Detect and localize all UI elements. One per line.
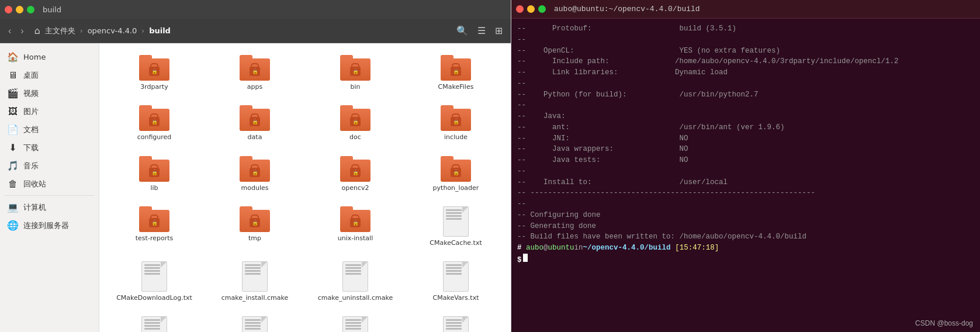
grid-view-button[interactable]: ⊞: [491, 23, 506, 39]
pictures-icon: 🖼: [7, 106, 19, 117]
term-close-button[interactable]: [516, 5, 524, 13]
breadcrumb-root[interactable]: 主文件夹: [41, 25, 79, 37]
sidebar-label-downloads: 下载: [23, 143, 39, 153]
term-minimize-button[interactable]: [527, 5, 535, 13]
folder-icon: 🔒: [139, 55, 169, 81]
minimize-button[interactable]: [16, 6, 23, 13]
term-output-line: -- Configuring done: [517, 210, 974, 221]
term-output-line: -- Java:: [517, 111, 974, 122]
maximize-button[interactable]: [27, 6, 34, 13]
folder-icon: 🔒: [340, 156, 370, 182]
list-item[interactable]: CMakeDownloadLog.txt: [106, 257, 202, 307]
home-icon: ⌂: [34, 25, 40, 36]
file-icon: [443, 261, 469, 292]
search-button[interactable]: 🔍: [453, 23, 472, 39]
list-item[interactable]: cmake_uninstall.cmake: [307, 257, 403, 307]
forward-button[interactable]: ›: [17, 23, 27, 39]
folder-name: bin: [350, 83, 360, 91]
list-item[interactable]: CPackConfig.cmake: [106, 312, 202, 332]
list-item[interactable]: 🔒 include: [408, 101, 504, 146]
prompt-dollar: $: [517, 255, 522, 266]
video-icon: 🎬: [7, 88, 19, 99]
term-output-line: -- Java wrappers: NO: [517, 144, 974, 155]
breadcrumb: ⌂ 主文件夹 › opencv-4.4.0 › build: [34, 25, 174, 37]
list-item[interactable]: 🔒 tmp: [207, 202, 303, 252]
list-item[interactable]: 🔒 doc: [307, 101, 403, 146]
term-output-line: --: [517, 100, 974, 111]
sidebar-item-server[interactable]: 🌐 连接到服务器: [0, 216, 99, 234]
folder-name: data: [248, 133, 262, 141]
sidebar-divider: [5, 195, 94, 196]
breadcrumb-opencv[interactable]: opencv-4.4.0: [84, 25, 141, 36]
term-maximize-button[interactable]: [538, 5, 546, 13]
term-output-line: -- Link libraries: Dynamic load: [517, 67, 974, 78]
folder-icon: 🔒: [441, 105, 471, 131]
folder-name: opencv2: [341, 184, 369, 192]
sidebar-item-pictures[interactable]: 🖼 图片: [0, 102, 99, 120]
folder-name: doc: [349, 133, 361, 141]
list-item[interactable]: 🔒 configured: [106, 101, 202, 146]
list-item[interactable]: 🔒 lib: [106, 151, 202, 197]
sidebar-item-trash[interactable]: 🗑 回收站: [0, 175, 99, 193]
terminal-body[interactable]: -- Protobuf: build (3.5.1) -- -- OpenCL:…: [511, 19, 980, 332]
terminal-input-line: $: [517, 254, 974, 266]
sidebar-label-trash: 回收站: [23, 179, 46, 189]
list-item[interactable]: 🔒 opencv2: [307, 151, 403, 197]
sidebar-item-downloads[interactable]: ⬇ 下载: [0, 139, 99, 157]
term-output-line: -- Protobuf: build (3.5.1): [517, 23, 974, 34]
sidebar-item-home[interactable]: 🏠 Home: [0, 48, 99, 66]
list-view-button[interactable]: ☰: [474, 23, 489, 39]
desktop-icon: 🖥: [7, 70, 19, 81]
sidebar-item-documents[interactable]: 📄 文档: [0, 120, 99, 139]
list-item[interactable]: custom_hal.hpp: [408, 312, 504, 332]
downloads-icon: ⬇: [7, 142, 19, 153]
file-name: cmake_install.cmake: [221, 294, 288, 302]
file-icon: [342, 261, 368, 292]
list-item[interactable]: 🔒 unix-install: [307, 202, 403, 252]
folder-name: unix-install: [338, 234, 373, 243]
terminal-titlebar: aubo@ubuntu:~/opencv-4.4.0/build: [511, 0, 980, 19]
sidebar-label-music: 音乐: [23, 161, 39, 171]
breadcrumb-sep-1: ›: [80, 27, 83, 35]
list-item[interactable]: 🔒 data: [207, 101, 303, 146]
sidebar-item-video[interactable]: 🎬 视频: [0, 84, 99, 102]
folder-icon: 🔒: [240, 156, 270, 182]
folder-name: include: [444, 133, 468, 141]
list-item[interactable]: 🔒 test-reports: [106, 202, 202, 252]
sidebar-item-music[interactable]: 🎵 音乐: [0, 157, 99, 175]
list-item[interactable]: 🔒 bin: [307, 50, 403, 96]
back-button[interactable]: ‹: [5, 23, 15, 39]
list-item[interactable]: 🔒 python_loader: [408, 151, 504, 197]
sidebar-item-computer[interactable]: 💻 计算机: [0, 198, 99, 216]
file-icon: [141, 261, 167, 292]
folder-icon: 🔒: [340, 206, 370, 232]
folder-name: CMakeFiles: [438, 83, 474, 91]
list-item[interactable]: cmake_install.cmake: [207, 257, 303, 307]
list-item[interactable]: CPackSourceConfi: [207, 312, 303, 332]
file-name: CMakeCache.txt: [430, 239, 482, 247]
list-item[interactable]: 🔒 3rdparty: [106, 50, 202, 96]
term-output-line: -- Python (for build): /usr/bin/python2.…: [517, 89, 974, 101]
close-button[interactable]: [5, 6, 12, 13]
folder-name: configured: [137, 133, 172, 141]
prompt-hash: #: [517, 243, 522, 254]
sidebar-label-video: 视频: [23, 88, 39, 99]
folder-name: lib: [150, 184, 158, 192]
documents-icon: 📄: [7, 124, 19, 135]
list-item[interactable]: 🔒 modules: [207, 151, 303, 197]
list-item[interactable]: 🔒 CMakeFiles: [408, 50, 504, 96]
list-item[interactable]: CMakeCache.txt: [408, 202, 504, 252]
folder-name: tmp: [248, 234, 261, 243]
list-item[interactable]: CMakeVars.txt: [408, 257, 504, 307]
folder-name: apps: [247, 83, 262, 91]
file-icon: [342, 316, 368, 332]
sidebar-label-computer: 计算机: [23, 202, 46, 213]
terminal-cursor: [523, 254, 528, 262]
list-item[interactable]: CTestTestfile.cmake: [307, 312, 403, 332]
folder-icon: 🔒: [340, 55, 370, 81]
trash-icon: 🗑: [7, 178, 19, 189]
breadcrumb-build[interactable]: build: [146, 25, 174, 36]
sidebar-item-desktop[interactable]: 🖥 桌面: [0, 66, 99, 84]
file-icon: [242, 261, 268, 292]
list-item[interactable]: 🔒 apps: [207, 50, 303, 96]
